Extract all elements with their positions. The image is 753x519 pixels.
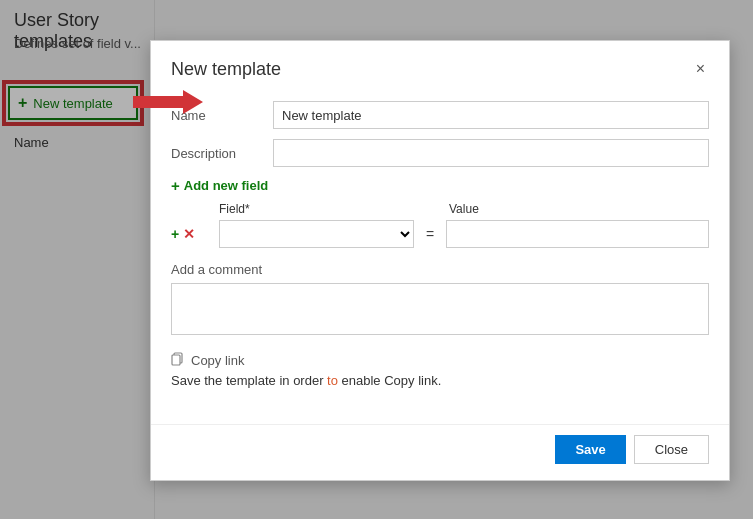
value-column-label: Value [449, 202, 479, 216]
modal-close-button[interactable]: × [692, 57, 709, 81]
comment-textarea[interactable] [171, 283, 709, 335]
modal-title: New template [171, 59, 281, 80]
add-field-plus-icon: + [171, 177, 180, 194]
copy-link-icon [171, 352, 185, 369]
field-value-headers: Field* Value [171, 202, 709, 216]
value-input[interactable] [446, 220, 709, 248]
close-button[interactable]: Close [634, 435, 709, 464]
save-note: Save the template in order to enable Cop… [171, 373, 709, 388]
description-input[interactable] [273, 139, 709, 167]
save-note-to: to [327, 373, 338, 388]
add-field-row: + Add new field [171, 177, 709, 194]
save-button[interactable]: Save [555, 435, 625, 464]
add-field-label: Add new field [184, 178, 269, 193]
svg-marker-0 [133, 90, 203, 114]
field-remove-button[interactable]: ✕ [183, 226, 195, 242]
svg-rect-2 [172, 355, 180, 365]
equals-sign: = [422, 226, 438, 242]
field-actions: + ✕ [171, 226, 211, 242]
name-row: Name [171, 101, 709, 129]
modal-footer: Save Close [151, 424, 729, 480]
modal-body: Name Description + Add new field Field* … [151, 93, 729, 418]
add-new-field-button[interactable]: + Add new field [171, 177, 268, 194]
copy-link-text: Copy link [191, 353, 244, 368]
description-row: Description [171, 139, 709, 167]
field-add-button[interactable]: + [171, 226, 179, 242]
copy-link-button[interactable]: Copy link [171, 352, 244, 369]
copy-link-row: Copy link [171, 352, 709, 369]
field-input-row: + ✕ = [171, 220, 709, 248]
name-input[interactable] [273, 101, 709, 129]
description-label: Description [171, 146, 261, 161]
arrow-indicator [133, 90, 203, 114]
field-column-label: Field* [219, 202, 419, 216]
field-select[interactable] [219, 220, 414, 248]
modal-dialog: New template × Name Description + Add ne… [150, 40, 730, 481]
comment-label: Add a comment [171, 262, 709, 277]
modal-header: New template × [151, 41, 729, 93]
